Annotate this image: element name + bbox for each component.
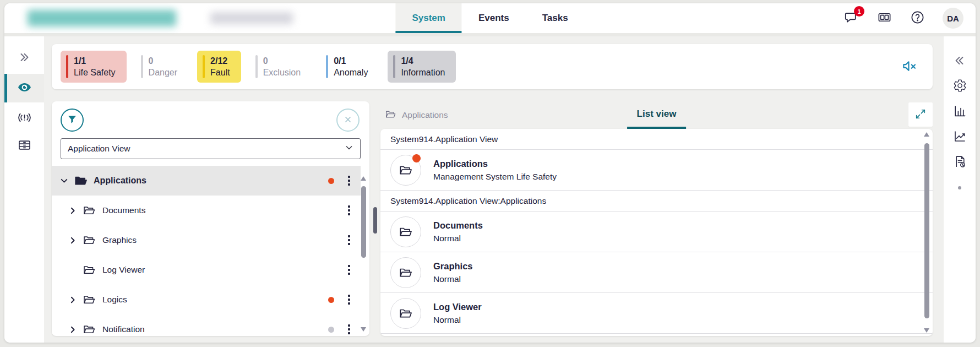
rail-item-alarms[interactable] bbox=[4, 105, 44, 132]
chevron-right-icon[interactable] bbox=[68, 236, 83, 245]
secondary-logo-redacted bbox=[210, 12, 293, 24]
trend-chart-button[interactable] bbox=[944, 124, 976, 150]
chevron-right-icon[interactable] bbox=[68, 295, 83, 305]
status-label: Anomaly bbox=[334, 68, 368, 78]
server-list-icon bbox=[17, 138, 32, 154]
kebab-menu-icon[interactable] bbox=[344, 265, 354, 275]
bar-chart-button[interactable] bbox=[944, 99, 976, 124]
status-count: 1/4 bbox=[401, 56, 445, 66]
tree-scrollbar-thumb[interactable] bbox=[361, 186, 366, 258]
status-tile-danger[interactable]: 0Danger bbox=[135, 51, 188, 83]
tree-item-graphics[interactable]: Graphics bbox=[52, 225, 361, 255]
list-item-applications[interactable]: ApplicationsManagement System Life Safet… bbox=[380, 150, 933, 191]
severity-bar bbox=[203, 55, 205, 78]
status-tile-anomaly[interactable]: 0/1Anomaly bbox=[320, 51, 379, 83]
tab-events[interactable]: Events bbox=[462, 3, 526, 33]
status-tile-text: 1/1Life Safety bbox=[74, 56, 116, 78]
list-item-graphics[interactable]: GraphicsNormal bbox=[380, 252, 933, 293]
system-tree: ApplicationsDocumentsGraphicsLog ViewerL… bbox=[52, 166, 361, 336]
status-label: Exclusion bbox=[263, 68, 301, 78]
list-item-status: Normal bbox=[433, 234, 483, 243]
kebab-menu-icon[interactable] bbox=[344, 235, 354, 245]
left-rail bbox=[4, 36, 44, 343]
rail-item-servers[interactable] bbox=[4, 132, 44, 160]
tree-item-notification[interactable]: Notification bbox=[52, 315, 361, 336]
expand-panel-button[interactable] bbox=[908, 102, 933, 127]
settings-button[interactable] bbox=[944, 74, 976, 99]
mute-button[interactable] bbox=[900, 57, 919, 77]
tab-system[interactable]: System bbox=[395, 3, 461, 33]
status-tile-information[interactable]: 1/4Information bbox=[388, 51, 456, 83]
brand-area bbox=[4, 3, 293, 33]
status-tile-text: 0/1Anomaly bbox=[334, 56, 368, 78]
chevron-down-icon[interactable] bbox=[59, 176, 74, 186]
list-scrollbar[interactable] bbox=[923, 132, 930, 333]
event-indicator-dot bbox=[328, 297, 334, 303]
list-item-status: Normal bbox=[433, 274, 473, 284]
view-selector[interactable]: Application View bbox=[61, 138, 361, 159]
tree-item-applications[interactable]: Applications bbox=[52, 166, 361, 196]
list-item-text: ApplicationsManagement System Life Safet… bbox=[433, 159, 557, 182]
breadcrumb[interactable]: Applications bbox=[385, 109, 448, 122]
list-scrollbar-thumb[interactable] bbox=[924, 143, 929, 318]
clear-filter-button[interactable] bbox=[336, 109, 360, 132]
tab-list-view[interactable]: List view bbox=[627, 101, 687, 129]
event-indicator-dot bbox=[412, 154, 421, 162]
status-count: 2/12 bbox=[210, 56, 230, 66]
list-item-status: Management System Life Safety bbox=[433, 172, 557, 182]
folder-avatar bbox=[390, 298, 421, 329]
status-tile-text: 1/4Information bbox=[401, 56, 445, 78]
selection-panel: Applications List view System914.Applica… bbox=[380, 101, 933, 336]
status-tile-life-safety[interactable]: 1/1Life Safety bbox=[61, 51, 127, 83]
scroll-down-icon[interactable] bbox=[924, 328, 929, 333]
scroll-up-icon[interactable] bbox=[924, 132, 929, 137]
status-tile-fault[interactable]: 2/12Fault bbox=[197, 51, 241, 83]
split-view-button[interactable] bbox=[876, 10, 892, 26]
eye-icon bbox=[17, 80, 32, 97]
panel-splitter-handle[interactable] bbox=[373, 207, 377, 234]
status-label: Information bbox=[401, 68, 445, 78]
workspace: 1/1Life Safety0Danger2/12Fault0Exclusion… bbox=[44, 36, 944, 343]
event-category-counters: 1/1Life Safety0Danger2/12Fault0Exclusion… bbox=[61, 51, 900, 83]
tab-label: Events bbox=[478, 13, 509, 24]
kebab-menu-icon[interactable] bbox=[344, 205, 354, 215]
scroll-down-icon[interactable] bbox=[361, 327, 366, 332]
selection-panel-header: Applications List view bbox=[380, 101, 933, 129]
severity-bar bbox=[141, 55, 143, 78]
chevron-down-icon bbox=[345, 143, 353, 154]
chevron-right-icon[interactable] bbox=[68, 206, 83, 215]
chevron-right-icon[interactable] bbox=[68, 325, 83, 334]
kebab-menu-icon[interactable] bbox=[344, 176, 354, 186]
status-count: 0 bbox=[149, 56, 177, 66]
help-button[interactable] bbox=[910, 10, 925, 26]
reports-button[interactable] bbox=[944, 150, 976, 175]
funnel-icon bbox=[66, 113, 78, 127]
user-avatar[interactable]: DA bbox=[943, 8, 963, 29]
tree-item-label: Notification bbox=[102, 324, 328, 334]
kebab-menu-icon[interactable] bbox=[344, 295, 354, 305]
status-count: 0/1 bbox=[334, 56, 368, 66]
kebab-menu-icon[interactable] bbox=[344, 324, 354, 334]
rail-item-system-view[interactable] bbox=[4, 74, 44, 102]
tab-label: Tasks bbox=[542, 13, 568, 24]
list-item-documents[interactable]: DocumentsNormal bbox=[380, 212, 933, 252]
tree-item-label: Log Viewer bbox=[102, 265, 344, 275]
close-icon bbox=[342, 114, 353, 127]
tree-item-log-viewer[interactable]: Log Viewer bbox=[52, 255, 361, 285]
scroll-up-icon[interactable] bbox=[361, 176, 366, 181]
expand-rail-button[interactable] bbox=[4, 44, 44, 72]
filter-button[interactable] bbox=[61, 109, 84, 132]
severity-bar bbox=[326, 55, 328, 78]
tree-item-label: Graphics bbox=[102, 235, 344, 245]
list-item-log-viewer[interactable]: Log ViewerNormal bbox=[380, 293, 933, 334]
tab-tasks[interactable]: Tasks bbox=[526, 3, 585, 33]
status-tile-exclusion[interactable]: 0Exclusion bbox=[250, 51, 312, 83]
tree-item-documents[interactable]: Documents bbox=[52, 196, 361, 225]
collapse-rail-button[interactable] bbox=[944, 48, 976, 74]
notifications-button[interactable]: 1 bbox=[843, 10, 859, 26]
primary-tabs: SystemEventsTasks bbox=[395, 3, 584, 33]
tree-item-logics[interactable]: Logics bbox=[52, 285, 361, 315]
tree-scrollbar[interactable] bbox=[360, 176, 367, 332]
event-summary-bar: 1/1Life Safety0Danger2/12Fault0Exclusion… bbox=[52, 44, 933, 89]
list-item-text: Log ViewerNormal bbox=[433, 302, 482, 325]
